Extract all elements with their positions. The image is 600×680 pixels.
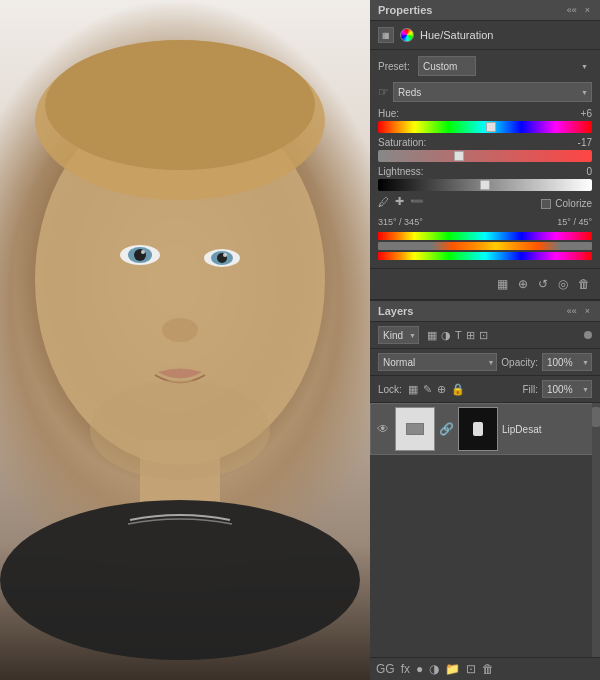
opacity-input[interactable]	[542, 353, 592, 371]
colorize-label: Colorize	[555, 198, 592, 209]
lock-move-icon[interactable]: ⊕	[437, 383, 446, 396]
lock-all-icon[interactable]: 🔒	[451, 383, 465, 396]
preset-label: Preset:	[378, 61, 418, 72]
lock-paint-icon[interactable]: ✎	[423, 383, 432, 396]
reds-indicator-bar	[378, 242, 592, 250]
new-adjustment-icon[interactable]: ◑	[429, 662, 439, 676]
kind-row: Kind ▦ ◑ T ⊞ ⊡	[370, 322, 600, 349]
layers-collapse-btn[interactable]: ««	[565, 306, 579, 316]
colorize-checkbox[interactable]	[541, 199, 551, 209]
svg-point-14	[90, 380, 270, 480]
delete-layer-icon[interactable]: 🗑	[482, 662, 494, 676]
properties-header: Properties «« ×	[370, 0, 600, 21]
layers-close-btn[interactable]: ×	[583, 306, 592, 316]
lightness-header: Lightness: 0	[378, 166, 592, 177]
layer-name-label: LipDesat	[502, 424, 595, 435]
hand-tool-icon[interactable]: ☞	[378, 85, 389, 99]
layer-visibility-toggle[interactable]: 👁	[375, 420, 391, 438]
svg-point-4	[45, 40, 315, 170]
mask-icon[interactable]: ▦	[495, 275, 510, 293]
link-layers-icon[interactable]: GG	[376, 662, 395, 676]
add-mask-icon[interactable]: ●	[416, 662, 423, 676]
eyedropper-subtract-icon[interactable]: ➖	[410, 195, 424, 208]
opacity-label: Opacity:	[501, 357, 538, 368]
layer-scrollbar[interactable]	[592, 403, 600, 657]
new-group-icon[interactable]: 📁	[445, 662, 460, 676]
kind-select[interactable]: Kind	[378, 326, 419, 344]
right-panel: Properties «« × ▦ Hue/Saturation Preset:…	[370, 0, 600, 680]
hue-label: Hue:	[378, 108, 399, 119]
layer-thumb-adjustment-icon	[406, 423, 424, 435]
opacity-wrapper	[542, 353, 592, 371]
blend-select-wrapper: Normal Dissolve Multiply Screen	[378, 353, 497, 371]
layer-item-lipdesat[interactable]: 👁 🔗 LipDesat	[370, 403, 600, 455]
hue-slider-thumb[interactable]	[486, 122, 496, 132]
saturation-slider-track[interactable]	[378, 150, 592, 162]
lightness-section: Lightness: 0	[378, 166, 592, 191]
properties-panel: Properties «« × ▦ Hue/Saturation Preset:…	[370, 0, 600, 301]
spectrum-bar-bottom	[378, 252, 592, 260]
kind-smart-icon[interactable]: ⊡	[479, 329, 488, 342]
new-layer-icon[interactable]: ⊡	[466, 662, 476, 676]
layer-icon: ▦	[378, 27, 394, 43]
channel-select[interactable]: Reds Master Yellows Greens	[393, 82, 592, 102]
properties-body: Preset: Custom Default Cyanotype ☞ Reds …	[370, 50, 600, 268]
lightness-value: 0	[562, 166, 592, 177]
visibility-icon[interactable]: ◎	[556, 275, 570, 293]
blend-mode-select[interactable]: Normal Dissolve Multiply Screen	[378, 353, 497, 371]
spectrum-bar-top	[378, 232, 592, 240]
huesat-title: Hue/Saturation	[420, 29, 493, 41]
properties-collapse-btn[interactable]: ««	[565, 5, 579, 15]
fill-section: Fill:	[522, 380, 592, 398]
layers-title: Layers	[378, 305, 413, 317]
layers-panel: Layers «« × Kind ▦ ◑ T ⊞ ⊡	[370, 301, 600, 680]
range-right: 15° / 45°	[557, 217, 592, 227]
saturation-header: Saturation: -17	[378, 137, 592, 148]
lock-pixels-icon[interactable]: ▦	[408, 383, 418, 396]
preset-select-wrapper: Custom Default Cyanotype	[418, 56, 592, 76]
prev-icon[interactable]: ↺	[536, 275, 550, 293]
delete-icon[interactable]: 🗑	[576, 275, 592, 293]
preset-row: Preset: Custom Default Cyanotype	[378, 56, 592, 76]
layer-thumb-white	[395, 407, 435, 451]
filter-status-dot	[584, 331, 592, 339]
channel-select-wrapper: Reds Master Yellows Greens	[393, 82, 592, 102]
lightness-slider-thumb[interactable]	[480, 180, 490, 190]
fx-icon[interactable]: fx	[401, 662, 410, 676]
range-left: 315° / 345°	[378, 217, 423, 227]
face-svg	[0, 0, 370, 680]
eyedropper-add-icon[interactable]: ✚	[395, 195, 404, 208]
preset-select[interactable]: Custom Default Cyanotype	[418, 56, 476, 76]
layer-list: 👁 🔗 LipDesat	[370, 403, 600, 657]
hue-header: Hue: +6	[378, 108, 592, 119]
saturation-slider-thumb[interactable]	[454, 151, 464, 161]
link-icon[interactable]: ⊕	[516, 275, 530, 293]
kind-adjustment-icon[interactable]: ◑	[441, 329, 451, 342]
kind-type-icon[interactable]: T	[455, 329, 462, 341]
layer-thumb-black	[458, 407, 498, 451]
colorize-row: Colorize	[541, 198, 592, 209]
channel-row: ☞ Reds Master Yellows Greens	[378, 82, 592, 102]
layer-scroll-thumb[interactable]	[592, 407, 600, 427]
svg-point-13	[162, 318, 198, 342]
fill-input[interactable]	[542, 380, 592, 398]
hue-slider-track[interactable]	[378, 121, 592, 133]
kind-shape-icon[interactable]: ⊞	[466, 329, 475, 342]
fill-label: Fill:	[522, 384, 538, 395]
hue-section: Hue: +6	[378, 108, 592, 133]
layers-controls: «« ×	[565, 306, 592, 316]
layer-chain-icon[interactable]: 🔗	[439, 422, 454, 436]
layers-header: Layers «« ×	[370, 301, 600, 322]
properties-close-btn[interactable]: ×	[583, 5, 592, 15]
layer-bottom-controls: GG fx ● ◑ 📁 ⊡ 🗑	[370, 657, 600, 680]
svg-point-12	[223, 253, 227, 257]
lightness-slider-track[interactable]	[378, 179, 592, 191]
kind-pixel-icon[interactable]: ▦	[427, 329, 437, 342]
svg-point-8	[141, 250, 145, 254]
lock-row: Lock: ▦ ✎ ⊕ 🔒 Fill:	[370, 376, 600, 403]
eyedropper-icon[interactable]: 🖊	[378, 196, 389, 208]
properties-bottom-icons: ▦ ⊕ ↺ ◎ 🗑	[370, 268, 600, 300]
svg-point-2	[0, 500, 360, 660]
lightness-label: Lightness:	[378, 166, 424, 177]
range-row: 315° / 345° 15° / 45°	[378, 217, 592, 230]
